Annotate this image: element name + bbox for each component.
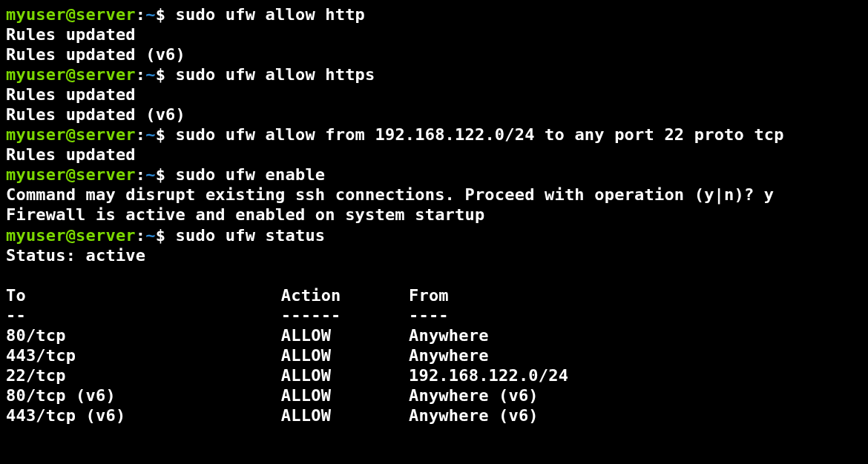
col-from: From — [409, 285, 449, 305]
prompt-line: myuser@server:~$ sudo ufw allow http — [6, 4, 862, 24]
col-action: ALLOW — [281, 345, 409, 365]
prompt-user-host: myuser@server — [6, 226, 136, 245]
prompt-sigil: $ — [156, 226, 176, 245]
prompt-path: ~ — [145, 226, 155, 245]
prompt-user-host: myuser@server — [6, 5, 136, 24]
status-table-row: 80/tcpALLOWAnywhere — [6, 325, 862, 345]
prompt-colon: : — [136, 5, 145, 24]
prompt-sigil: $ — [156, 165, 176, 184]
prompt-path: ~ — [145, 5, 155, 24]
status-table-row: 80/tcp (v6)ALLOWAnywhere (v6) — [6, 385, 862, 405]
prompt-line: myuser@server:~$ sudo ufw allow https — [6, 64, 862, 84]
prompt-sigil: $ — [156, 5, 176, 24]
prompt-sigil: $ — [156, 125, 176, 144]
col-action: ALLOW — [281, 385, 409, 405]
prompt-path: ~ — [145, 125, 155, 144]
output-line: Rules updated — [6, 24, 862, 44]
prompt-colon: : — [136, 226, 145, 245]
command-text: sudo ufw allow http — [176, 5, 365, 24]
prompt-colon: : — [136, 125, 145, 144]
prompt-user-host: myuser@server — [6, 125, 136, 144]
output-line — [6, 265, 862, 285]
col-to: 80/tcp (v6) — [6, 385, 281, 405]
status-table-row: 443/tcp (v6)ALLOWAnywhere (v6) — [6, 405, 862, 425]
status-table-row: 22/tcpALLOW192.168.122.0/24 — [6, 365, 862, 385]
command-text: sudo ufw status — [176, 226, 326, 245]
col-from: ---- — [409, 305, 449, 325]
prompt-line: myuser@server:~$ sudo ufw status — [6, 225, 862, 245]
col-action: ALLOW — [281, 325, 409, 345]
col-from: Anywhere — [409, 325, 489, 345]
status-table-header: ToActionFrom — [6, 285, 862, 305]
command-text: sudo ufw allow https — [176, 65, 375, 84]
col-from: 192.168.122.0/24 — [409, 365, 568, 385]
command-text: sudo ufw allow from 192.168.122.0/24 to … — [176, 125, 784, 144]
col-action: ------ — [281, 305, 409, 325]
terminal-output[interactable]: myuser@server:~$ sudo ufw allow httpRule… — [0, 0, 868, 430]
prompt-line: myuser@server:~$ sudo ufw enable — [6, 165, 862, 185]
col-to: To — [6, 285, 281, 305]
col-to: 443/tcp — [6, 345, 281, 365]
output-line: Status: active — [6, 245, 862, 265]
output-line: Rules updated (v6) — [6, 44, 862, 64]
col-to: 80/tcp — [6, 325, 281, 345]
command-text: sudo ufw enable — [176, 165, 326, 184]
col-to: -- — [6, 305, 281, 325]
status-table-row: 443/tcpALLOWAnywhere — [6, 345, 862, 365]
col-action: ALLOW — [281, 405, 409, 425]
output-line: Rules updated — [6, 84, 862, 105]
status-table-separator: ------------ — [6, 305, 862, 325]
output-line: Command may disrupt existing ssh connect… — [6, 185, 862, 205]
col-to: 443/tcp (v6) — [6, 405, 281, 425]
col-to: 22/tcp — [6, 365, 281, 385]
col-from: Anywhere — [409, 345, 489, 365]
prompt-colon: : — [136, 65, 145, 84]
prompt-path: ~ — [145, 165, 155, 184]
col-action: Action — [281, 285, 409, 305]
prompt-user-host: myuser@server — [6, 65, 136, 84]
prompt-path: ~ — [145, 65, 155, 84]
prompt-user-host: myuser@server — [6, 165, 136, 184]
col-from: Anywhere (v6) — [409, 385, 539, 405]
prompt-sigil: $ — [156, 65, 176, 84]
prompt-colon: : — [136, 165, 145, 184]
col-from: Anywhere (v6) — [409, 405, 539, 425]
output-line: Rules updated — [6, 145, 862, 165]
prompt-line: myuser@server:~$ sudo ufw allow from 192… — [6, 125, 862, 145]
output-line: Firewall is active and enabled on system… — [6, 205, 862, 225]
col-action: ALLOW — [281, 365, 409, 385]
output-line: Rules updated (v6) — [6, 105, 862, 125]
